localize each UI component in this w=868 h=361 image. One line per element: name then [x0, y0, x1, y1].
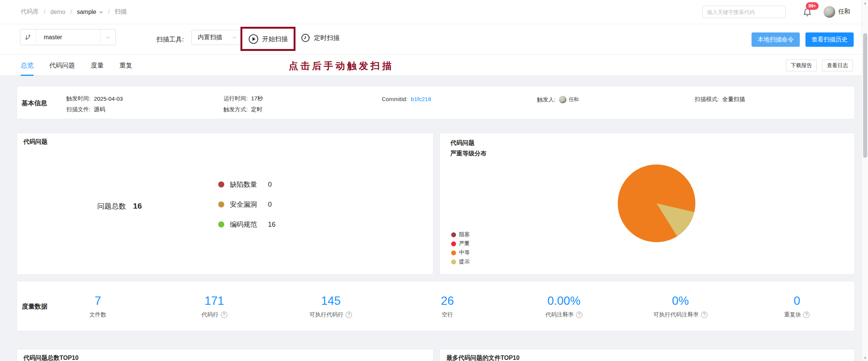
run-time-field: 运行时间: 17秒 [224, 95, 263, 102]
field-label: CommitId: [382, 96, 407, 102]
top-header: 代码库 / demo / sample / 扫描 99+ 任和 [0, 0, 862, 24]
help-icon[interactable]: ? [576, 312, 582, 318]
download-report-button[interactable]: 下载报告 [786, 60, 817, 71]
basic-info-col-4: 触发人: 任和 [537, 96, 579, 103]
annotation-text: 点击后手动触发扫描 [289, 60, 394, 72]
metric-value: 0.00% [547, 294, 580, 308]
metric-value: 0 [794, 294, 800, 308]
toolbar-right-actions: 本地扫描命令 查看扫描历史 [752, 32, 854, 47]
breadcrumb-project[interactable]: demo [50, 9, 65, 15]
branch-select[interactable]: master [20, 29, 116, 45]
legend-dot [218, 201, 224, 207]
breadcrumb-repo-library[interactable]: 代码库 [21, 8, 39, 16]
scrollbar-thumb[interactable] [863, 33, 867, 158]
git-branch-icon [20, 29, 36, 45]
vertical-scrollbar[interactable]: ▲ ▼ [862, 0, 868, 361]
branch-name: master [36, 34, 100, 41]
play-circle-icon [248, 34, 259, 44]
scan-tool-label: 扫描工具: [156, 35, 184, 44]
scan-toolbar: master 扫描工具: 内置扫描 开始扫描 定时扫描 本地扫描命令 [0, 24, 862, 55]
scan-tool-select[interactable]: 内置扫描 [191, 30, 242, 45]
issue-legend: 缺陷数量 0 安全漏洞 0 编码规范 16 [218, 180, 276, 229]
start-scan-button[interactable]: 开始扫描 [248, 34, 288, 44]
scan-mode-field: 扫描模式: 全量扫描 [695, 96, 745, 103]
page-content: 基本信息 触发时间: 2025-04-03 扫描文件: 源码 运行时间: 17秒… [0, 76, 862, 361]
code-issues-card: 代码问题 问题总数 16 缺陷数量 0 安全漏洞 0 编码规范 16 [17, 133, 433, 275]
chevron-down-icon [100, 29, 115, 45]
topbar-right: 99+ 任和 [702, 6, 850, 18]
field-value: 源码 [94, 106, 105, 113]
breadcrumb-separator: / [70, 9, 72, 15]
local-scan-command-button[interactable]: 本地扫描命令 [752, 32, 800, 47]
breadcrumb-repo-selector[interactable]: sample [77, 9, 103, 15]
legend-dot [451, 250, 456, 255]
metric-label: 文件数 [89, 311, 106, 318]
notification-button[interactable]: 99+ [802, 7, 812, 17]
legend-label: 缺陷数量 [230, 180, 257, 189]
tab-code-issues[interactable]: 代码问题 [49, 55, 75, 76]
legend-label: 严重 [459, 240, 470, 247]
legend-value: 0 [268, 181, 272, 189]
issue-total: 问题总数 16 [97, 201, 142, 211]
avatar [824, 6, 835, 18]
help-icon[interactable]: ? [701, 312, 707, 318]
commit-id-link[interactable]: b1fc218 [411, 96, 431, 102]
basic-info-col-5: 扫描模式: 全量扫描 [695, 96, 745, 103]
breadcrumb-page-scan: 扫描 [115, 8, 127, 16]
scroll-down-icon[interactable]: ▼ [862, 356, 868, 360]
severity-distribution-card: 代码问题 严重等级分布 阻塞 严重 中等 提示 [439, 133, 855, 275]
commit-id-field: CommitId: b1fc218 [382, 96, 431, 102]
tab-actions: 下载报告 查看日志 [786, 60, 853, 71]
trigger-time-field: 触发时间: 2025-04-03 [66, 95, 123, 102]
legend-label: 编码规范 [230, 220, 257, 229]
legend-label: 中等 [459, 249, 470, 256]
field-label: 运行时间: [224, 95, 248, 102]
legend-value: 0 [268, 201, 272, 209]
metrics-card: 度量数据 7 文件数 171 代码行? 145 可执行代码行? 26 空行 0.… [17, 281, 855, 331]
legend-item-medium: 中等 [451, 249, 470, 256]
severity-legend: 阻塞 严重 中等 提示 [451, 231, 470, 265]
metrics-row: 7 文件数 171 代码行? 145 可执行代码行? 26 空行 0.00% 代… [40, 281, 855, 331]
metric-value: 171 [205, 294, 224, 308]
scheduled-scan-button[interactable]: 定时扫描 [301, 33, 340, 43]
metric-label: 空行 [442, 311, 453, 318]
tab-duplicates[interactable]: 重复 [119, 55, 132, 76]
notification-badge: 99+ [806, 2, 819, 10]
basic-info-col-1: 触发时间: 2025-04-03 扫描文件: 源码 [66, 95, 123, 113]
help-icon[interactable]: ? [221, 312, 227, 318]
chevron-down-icon [232, 35, 237, 40]
tab-metrics[interactable]: 度量 [91, 55, 104, 76]
field-label: 扫描文件: [66, 106, 90, 113]
breadcrumb: 代码库 / demo / sample / 扫描 [21, 8, 127, 16]
tabs: 总览 代码问题 度量 重复 [21, 55, 132, 76]
scan-file-field: 扫描文件: 源码 [66, 106, 123, 113]
code-issues-card-title: 代码问题 [23, 138, 47, 146]
breadcrumb-repo-name: sample [77, 9, 96, 15]
metric-label: 可执行代码注释率? [654, 311, 707, 318]
legend-dot [451, 232, 456, 237]
help-icon[interactable]: ? [346, 312, 352, 318]
severity-pie-chart[interactable] [618, 164, 695, 242]
metric-blank-lines: 26 空行 [389, 281, 505, 331]
annotation-highlight-box: 开始扫描 [240, 27, 295, 51]
search-input[interactable] [702, 6, 786, 18]
basic-info-title: 基本信息 [21, 99, 47, 108]
metric-file-count: 7 文件数 [40, 281, 156, 331]
metric-label: 代码行? [202, 311, 227, 318]
file-top10-title: 最多代码问题的文件TOP10 [446, 354, 519, 361]
file-top10-card: 最多代码问题的文件TOP10 [439, 349, 855, 361]
metric-executable-lines: 145 可执行代码行? [272, 281, 389, 331]
metric-label: 重复块? [784, 311, 810, 318]
severity-card-title: 代码问题 严重等级分布 [450, 138, 487, 159]
basic-info-col-3: CommitId: b1fc218 [382, 96, 431, 102]
user-menu[interactable]: 任和 [824, 6, 850, 18]
view-scan-history-button[interactable]: 查看扫描历史 [805, 32, 854, 47]
legend-item-blocker: 阻塞 [451, 231, 470, 238]
tab-overview[interactable]: 总览 [21, 55, 34, 76]
field-label: 触发方式: [224, 106, 248, 113]
view-log-button[interactable]: 查看日志 [822, 60, 853, 71]
trigger-user-field: 触发人: 任和 [537, 96, 579, 103]
scroll-up-icon[interactable]: ▲ [862, 1, 868, 5]
metric-value: 7 [95, 294, 101, 308]
help-icon[interactable]: ? [803, 312, 810, 318]
